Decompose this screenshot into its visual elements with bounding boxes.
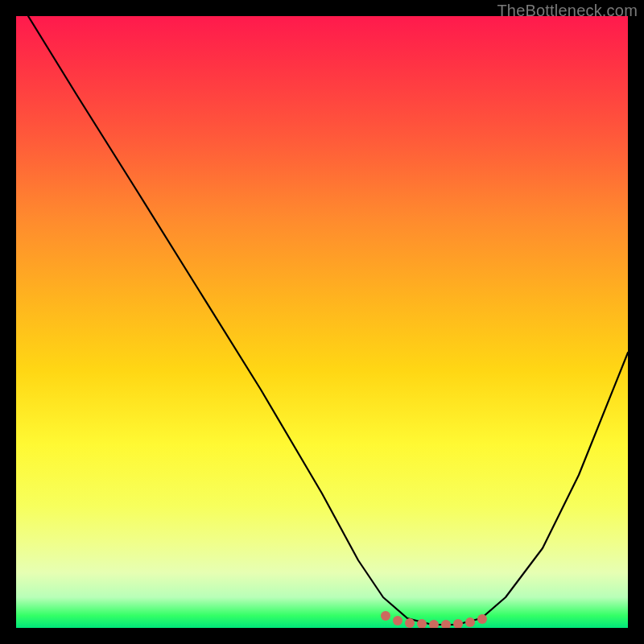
watermark-text: TheBottleneck.com: [497, 2, 638, 20]
marker-dot: [381, 611, 390, 621]
marker-dot: [453, 619, 463, 628]
marker-dot: [465, 617, 475, 627]
chart-svg: [16, 16, 628, 628]
marker-dot: [429, 620, 439, 628]
plot-area: [16, 16, 628, 628]
bottom-marker-band: [381, 611, 487, 628]
bottleneck-curve: [28, 16, 628, 625]
chart-frame: TheBottleneck.com: [0, 0, 644, 644]
marker-dot: [441, 620, 451, 628]
marker-dot: [477, 614, 487, 624]
marker-dot: [405, 618, 415, 628]
marker-dot: [393, 616, 402, 625]
